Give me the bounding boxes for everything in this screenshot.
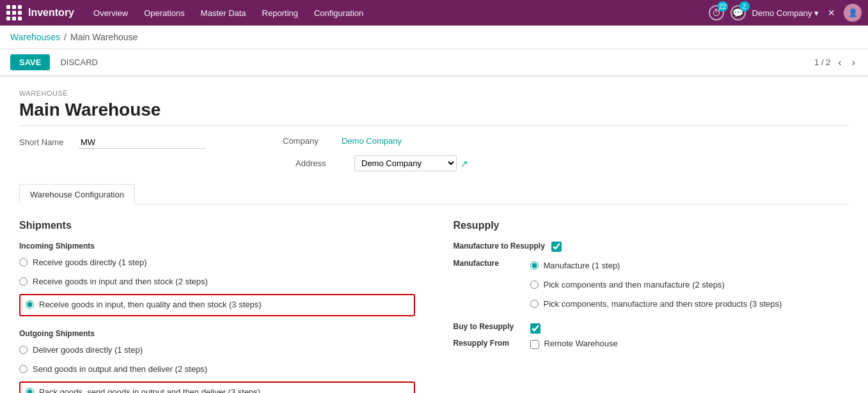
- topbar-nav: Overview Operations Master Data Reportin…: [87, 0, 709, 26]
- incoming-option-3-highlighted: Receive goods in input, then quality and…: [19, 294, 415, 316]
- toolbar-actions: SAVE DISCARD: [10, 54, 103, 70]
- incoming-label-3: Receive goods in input, then quality and…: [39, 299, 262, 311]
- short-name-label: Short Name: [19, 137, 70, 147]
- outgoing-shipments-label: Outgoing Shipments: [19, 329, 415, 338]
- buy-resupply-label: Buy to Resupply: [454, 322, 524, 331]
- save-button[interactable]: SAVE: [10, 54, 50, 70]
- mfg-radio-3[interactable]: [530, 300, 539, 308]
- incoming-radio-1[interactable]: [19, 258, 28, 266]
- outgoing-radio-3[interactable]: [26, 388, 34, 393]
- nav-operations[interactable]: Operations: [138, 0, 191, 26]
- shipments-title: Shipments: [19, 220, 415, 231]
- company-label: Company: [283, 136, 334, 146]
- buy-resupply-checkbox[interactable]: [530, 323, 541, 334]
- pagination-label: 1 / 2: [814, 58, 830, 67]
- mfg-option-2: Pick components and then manufacture (2 …: [530, 278, 782, 292]
- mfg-option-3: Pick components, manufacture and then st…: [530, 297, 782, 311]
- prev-record-button[interactable]: ‹: [835, 56, 844, 70]
- short-name-group: Short Name: [19, 136, 206, 149]
- form-row-2: Address Demo Company ↗: [19, 155, 849, 171]
- resupply-title: Resupply: [454, 220, 849, 231]
- topbar-right: ⏱ 22 💬 2 Demo Company ▾ × 👤: [709, 4, 862, 22]
- chat-badge-count: 2: [739, 1, 750, 12]
- mfg-label-3: Pick components, manufacture and then st…: [544, 298, 782, 310]
- manufacture-resupply-row: Manufacture to Resupply: [454, 242, 849, 254]
- nav-master-data[interactable]: Master Data: [194, 0, 253, 26]
- topbar: Inventory Overview Operations Master Dat…: [0, 0, 868, 26]
- toolbar-pagination: 1 / 2 ‹ ›: [814, 56, 858, 70]
- outgoing-shipments-group: Outgoing Shipments Deliver goods directl…: [19, 329, 415, 393]
- outgoing-label-3: Pack goods, send goods in output and the…: [39, 387, 260, 393]
- apps-menu-icon[interactable]: [6, 5, 22, 20]
- breadcrumb-parent[interactable]: Warehouses: [10, 32, 60, 42]
- company-label: Demo Company: [752, 8, 812, 18]
- nav-configuration[interactable]: Configuration: [308, 0, 370, 26]
- outgoing-option-3-highlighted: Pack goods, send goods in output and the…: [19, 381, 415, 393]
- mfg-label-1: Manufacture (1 step): [544, 260, 620, 272]
- close-button[interactable]: ×: [825, 5, 837, 21]
- resupply-from-row: Resupply From Remote Warehouse: [454, 339, 849, 353]
- breadcrumb: Warehouses / Main Warehouse: [0, 26, 868, 49]
- incoming-radio-3[interactable]: [26, 300, 34, 309]
- mfg-radio-2[interactable]: [530, 281, 539, 289]
- manufacture-label: Manufacture: [454, 259, 524, 268]
- breadcrumb-separator: /: [64, 32, 67, 42]
- outgoing-label-1: Deliver goods directly (1 step): [33, 344, 143, 356]
- buy-resupply-row: Buy to Resupply: [454, 322, 849, 334]
- short-name-input[interactable]: [78, 136, 206, 149]
- manufacture-resupply-checkbox[interactable]: [551, 242, 562, 252]
- nav-overview[interactable]: Overview: [87, 0, 134, 26]
- resupply-from-options: Remote Warehouse: [530, 339, 618, 353]
- manufacture-row: Manufacture Manufacture (1 step) Pick co…: [454, 259, 849, 317]
- tab-list: Warehouse Configuration: [19, 184, 849, 204]
- clock-badge-count: 22: [718, 1, 728, 12]
- address-label: Address: [296, 158, 347, 168]
- outgoing-label-2: Send goods in output and then deliver (2…: [33, 364, 207, 375]
- company-switcher[interactable]: Demo Company ▾: [752, 8, 819, 18]
- manufacture-resupply-label: Manufacture to Resupply: [454, 242, 545, 250]
- remote-warehouse-checkbox[interactable]: [530, 340, 539, 349]
- remote-warehouse-label: Remote Warehouse: [544, 339, 618, 348]
- manufacture-options: Manufacture (1 step) Pick components and…: [530, 259, 782, 317]
- company-group: Company Demo Company: [283, 136, 402, 149]
- toolbar: SAVE DISCARD 1 / 2 ‹ ›: [0, 49, 868, 76]
- mfg-radio-1[interactable]: [530, 261, 539, 270]
- address-select[interactable]: Demo Company: [354, 155, 457, 171]
- resupply-section: Resupply Manufacture to Resupply Manufac…: [454, 220, 849, 393]
- avatar[interactable]: 👤: [844, 4, 862, 22]
- incoming-shipments-label: Incoming Shipments: [19, 242, 415, 250]
- address-group: Address Demo Company ↗: [296, 155, 468, 171]
- warehouse-title: Main Warehouse: [19, 100, 849, 126]
- incoming-label-2: Receive goods in input and then stock (2…: [33, 276, 208, 288]
- address-external-link-icon[interactable]: ↗: [461, 158, 468, 169]
- discard-button[interactable]: DISCARD: [55, 54, 103, 70]
- form-section-label: Warehouse: [19, 89, 849, 97]
- address-select-group: Demo Company ↗: [354, 155, 468, 171]
- outgoing-option-1: Deliver goods directly (1 step): [19, 343, 415, 357]
- mfg-option-1: Manufacture (1 step): [530, 259, 782, 273]
- chat-badge[interactable]: 💬 2: [730, 5, 746, 20]
- incoming-radio-2[interactable]: [19, 277, 28, 286]
- incoming-label-1: Receive goods directly (1 step): [33, 257, 146, 268]
- company-link[interactable]: Demo Company: [342, 136, 402, 146]
- incoming-shipments-group: Incoming Shipments Receive goods directl…: [19, 242, 415, 316]
- next-record-button[interactable]: ›: [849, 56, 858, 70]
- clock-badge[interactable]: ⏱ 22: [709, 5, 724, 20]
- shipments-section: Shipments Incoming Shipments Receive goo…: [19, 220, 415, 393]
- incoming-option-2: Receive goods in input and then stock (2…: [19, 275, 415, 289]
- resupply-from-label: Resupply From: [454, 339, 524, 348]
- company-caret: ▾: [814, 8, 819, 18]
- incoming-option-1: Receive goods directly (1 step): [19, 256, 415, 270]
- tab-warehouse-configuration[interactable]: Warehouse Configuration: [19, 184, 135, 204]
- main-content: Warehouse Main Warehouse Short Name Comp…: [0, 76, 868, 393]
- outgoing-radio-2[interactable]: [19, 365, 28, 373]
- mfg-label-2: Pick components and then manufacture (2 …: [544, 279, 725, 291]
- manufacture-resupply-checkbox-wrap: [551, 242, 562, 254]
- nav-reporting[interactable]: Reporting: [256, 0, 304, 26]
- form-row-1: Short Name Company Demo Company: [19, 136, 849, 149]
- outgoing-option-2: Send goods in output and then deliver (2…: [19, 362, 415, 376]
- remote-warehouse-item: Remote Warehouse: [530, 339, 618, 349]
- outgoing-radio-1[interactable]: [19, 346, 28, 354]
- app-title: Inventory: [28, 7, 74, 19]
- config-grid: Shipments Incoming Shipments Receive goo…: [19, 220, 849, 393]
